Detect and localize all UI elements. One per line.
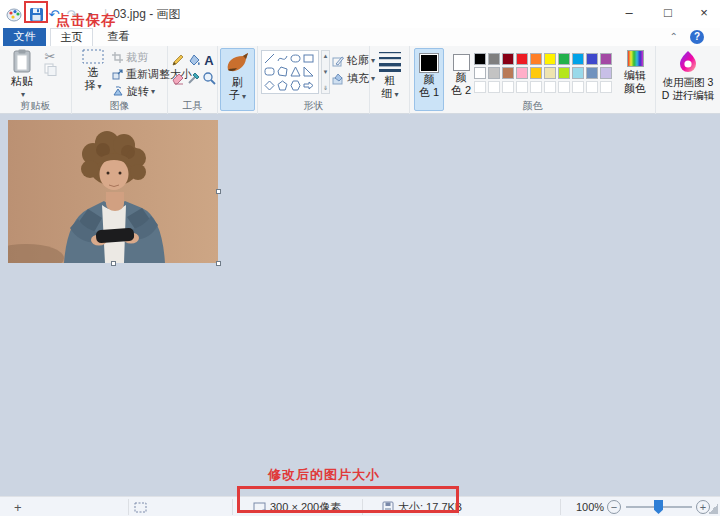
shape-fill-button[interactable]: 填充 ▾ (332, 71, 375, 86)
color-picker-tool[interactable] (186, 70, 202, 86)
resize-handle-corner[interactable] (216, 261, 221, 266)
help-icon[interactable]: ? (690, 30, 704, 44)
canvas-image[interactable] (8, 120, 218, 263)
tab-view[interactable]: 查看 (97, 28, 140, 46)
maximize-button[interactable]: □ (652, 0, 684, 28)
palette-swatch[interactable] (502, 67, 514, 79)
scroll-up-icon[interactable]: ▲ (323, 53, 329, 59)
text-tool[interactable]: A (201, 52, 217, 68)
palette-swatch[interactable] (530, 81, 542, 93)
crop-button[interactable]: 裁剪 (112, 50, 148, 65)
select-button[interactable]: 选 择▾ (79, 49, 107, 93)
palette-swatch[interactable] (530, 53, 542, 65)
palette-swatch[interactable] (572, 53, 584, 65)
status-bar: + 300 × 200像素 大小: 17.7KB (0, 496, 720, 516)
save-button[interactable] (27, 3, 45, 25)
palette-swatch[interactable] (572, 81, 584, 93)
scroll-down-icon[interactable]: ▼ (323, 69, 329, 75)
zoom-level-value: 100% (576, 497, 604, 516)
brushes-label-1: 刷 (232, 76, 243, 89)
palette-swatch[interactable] (586, 81, 598, 93)
shape-line-icon[interactable] (263, 52, 276, 65)
canvas-workspace[interactable] (0, 114, 720, 496)
plus-icon: + (700, 501, 706, 513)
palette-swatch[interactable] (516, 81, 528, 93)
paint3d-button[interactable]: 使用画图 3 D 进行编辑 (658, 50, 718, 102)
shape-rounded-rectangle-icon[interactable] (263, 65, 276, 78)
palette-swatch[interactable] (600, 81, 612, 93)
palette-swatch[interactable] (544, 67, 556, 79)
tab-home[interactable]: 主页 (50, 28, 93, 46)
shape-oval-icon[interactable] (289, 52, 302, 65)
palette-swatch[interactable] (488, 53, 500, 65)
palette-swatch[interactable] (586, 53, 598, 65)
resize-grip[interactable] (708, 504, 718, 514)
line-size-button[interactable]: 粗 细▾ (374, 50, 406, 101)
palette-swatch[interactable] (600, 67, 612, 79)
palette-swatch[interactable] (544, 53, 556, 65)
rotate-button[interactable]: 旋转 ▾ (112, 84, 155, 99)
shape-triangle-icon[interactable] (289, 65, 302, 78)
shape-pentagon-icon[interactable] (276, 79, 289, 92)
zoom-slider[interactable] (626, 506, 692, 508)
palette-swatch[interactable] (544, 81, 556, 93)
palette-swatch[interactable] (572, 67, 584, 79)
edit-colors-label-2: 颜色 (624, 82, 646, 95)
paste-label: 粘贴 (11, 75, 33, 88)
palette-swatch[interactable] (530, 67, 542, 79)
shape-curve-icon[interactable] (276, 52, 289, 65)
palette-swatch[interactable] (516, 67, 528, 79)
paint3d-icon (678, 50, 698, 74)
resize-handle-right[interactable] (216, 189, 221, 194)
clipboard-icon (13, 49, 31, 73)
edit-colors-button[interactable]: 编辑 颜色 (618, 50, 652, 95)
shape-diamond-icon[interactable] (263, 79, 276, 92)
resize-handle-bottom[interactable] (111, 261, 116, 266)
fill-tool[interactable] (186, 52, 202, 68)
pencil-tool[interactable] (170, 52, 186, 68)
brush-icon (225, 52, 251, 74)
palette-swatch[interactable] (502, 53, 514, 65)
palette-swatch[interactable] (558, 53, 570, 65)
image-size-icon (253, 502, 266, 513)
palette-swatch[interactable] (558, 67, 570, 79)
brushes-label-2: 子▾ (229, 89, 246, 103)
close-button[interactable]: × (688, 0, 720, 28)
zoom-slider-thumb[interactable] (654, 500, 663, 514)
palette-swatch[interactable] (502, 81, 514, 93)
shapes-scrollbar[interactable]: ▲ ▼ ⇓ (321, 50, 330, 94)
tab-file[interactable]: 文件 (3, 28, 46, 46)
palette-swatch[interactable] (600, 53, 612, 65)
zoom-out-button[interactable]: − (607, 497, 621, 516)
fill-label: 填充 (347, 71, 369, 86)
gallery-expand-icon[interactable]: ⇓ (323, 84, 328, 91)
palette-swatch[interactable] (488, 67, 500, 79)
eraser-tool[interactable] (170, 70, 186, 86)
shape-rectangle-icon[interactable] (302, 52, 315, 65)
palette-swatch[interactable] (586, 67, 598, 79)
shape-polygon-icon[interactable] (276, 65, 289, 78)
palette-swatch[interactable] (474, 81, 486, 93)
shape-outline-button[interactable]: 轮廓 ▾ (332, 53, 375, 68)
outline-label: 轮廓 (347, 53, 369, 68)
brushes-button[interactable]: 刷 子▾ (220, 48, 255, 111)
text-tool-icon: A (204, 53, 213, 68)
magnifier-tool[interactable] (201, 70, 217, 86)
collapse-ribbon-icon[interactable]: ⌃ (670, 31, 678, 42)
shape-hexagon-icon[interactable] (289, 79, 302, 92)
palette-swatch[interactable] (488, 81, 500, 93)
rotate-caret-icon: ▾ (151, 87, 155, 96)
palette-swatch[interactable] (474, 67, 486, 79)
color-palette (474, 53, 616, 95)
palette-swatch[interactable] (516, 53, 528, 65)
shape-right-triangle-icon[interactable] (302, 65, 315, 78)
palette-swatch[interactable] (558, 81, 570, 93)
crop-label: 裁剪 (126, 50, 148, 65)
copy-button[interactable] (42, 61, 58, 77)
shape-arrow-right-icon[interactable] (302, 79, 315, 92)
select-label-1: 选 (88, 66, 99, 79)
minimize-button[interactable]: – (613, 0, 645, 28)
palette-swatch[interactable] (474, 53, 486, 65)
group-brushes: 刷 子▾ (218, 46, 258, 114)
paste-button[interactable]: 粘贴 ▾ (6, 49, 38, 101)
